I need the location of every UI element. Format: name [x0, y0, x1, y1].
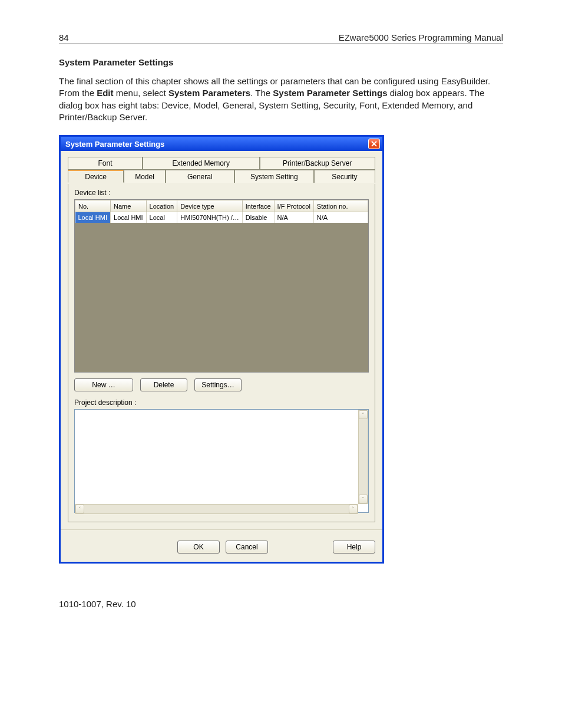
project-description-textarea[interactable] — [74, 409, 369, 513]
body-paragraph: The final section of this chapter shows … — [59, 75, 503, 123]
cell-no: Local HMI — [75, 212, 111, 223]
close-icon — [371, 141, 377, 147]
tab-device[interactable]: Device — [68, 170, 124, 183]
delete-button[interactable]: Delete — [140, 378, 187, 391]
dialog-titlebar[interactable]: System Parameter Settings — [61, 137, 382, 151]
cell-interface: Disable — [242, 212, 274, 223]
new-button[interactable]: New … — [74, 378, 133, 391]
dialog-title: System Parameter Settings — [65, 140, 164, 149]
tab-extended-memory[interactable]: Extended Memory — [143, 157, 259, 170]
tab-model[interactable]: Model — [124, 170, 165, 183]
tab-font[interactable]: Font — [68, 157, 143, 170]
device-tab-panel: Device list : No. Name Location Device t… — [68, 184, 375, 522]
col-location[interactable]: Location — [146, 200, 177, 212]
cancel-button[interactable]: Cancel — [226, 541, 268, 554]
tab-security[interactable]: Security — [314, 170, 375, 183]
tab-printer-backup-server[interactable]: Printer/Backup Server — [260, 157, 375, 170]
section-heading: System Parameter Settings — [59, 57, 503, 67]
table-row[interactable]: Local HMI Local HMI Local HMI5070NH(TH) … — [75, 212, 368, 223]
chevron-left-icon: ˂ — [78, 506, 81, 512]
col-name[interactable]: Name — [111, 200, 147, 212]
dialog-footer-buttons: OK Cancel Help — [61, 529, 382, 562]
col-device-type[interactable]: Device type — [177, 200, 243, 212]
running-header: 84 EZware5000 Series Programming Manual — [59, 32, 503, 44]
settings-button[interactable]: Settings… — [194, 378, 242, 391]
help-button[interactable]: Help — [333, 541, 375, 554]
cell-name: Local HMI — [111, 212, 147, 223]
chevron-down-icon: ˅ — [362, 496, 365, 502]
vertical-scrollbar[interactable]: ˄ ˅ — [358, 410, 368, 504]
scroll-right-button[interactable]: ˃ — [349, 505, 358, 513]
cell-location: Local — [146, 212, 177, 223]
ok-button[interactable]: OK — [177, 541, 220, 554]
device-list-label: Device list : — [74, 189, 369, 197]
scroll-down-button[interactable]: ˅ — [359, 495, 368, 503]
system-parameter-settings-dialog: System Parameter Settings Font Extended … — [59, 135, 384, 564]
device-list-button-row: New … Delete Settings… — [74, 378, 369, 391]
tab-strip: Font Extended Memory Printer/Backup Serv… — [68, 157, 375, 183]
device-list-table[interactable]: No. Name Location Device type Interface … — [74, 199, 369, 373]
col-station-no[interactable]: Station no. — [313, 200, 368, 212]
tab-system-setting[interactable]: System Setting — [234, 170, 314, 183]
chevron-right-icon: ˃ — [352, 506, 355, 512]
scroll-up-button[interactable]: ˄ — [359, 410, 368, 419]
col-interface[interactable]: Interface — [242, 200, 274, 212]
chevron-up-icon: ˄ — [362, 412, 365, 418]
col-if-protocol[interactable]: I/F Protocol — [274, 200, 313, 212]
document-footer: 1010-1007, Rev. 10 — [59, 599, 503, 609]
scroll-left-button[interactable]: ˂ — [75, 505, 84, 513]
project-description-label: Project description : — [74, 398, 369, 407]
cell-if-protocol: N/A — [274, 212, 313, 223]
page-number: 84 — [59, 32, 69, 42]
col-no[interactable]: No. — [75, 200, 111, 212]
cell-station-no: N/A — [313, 212, 368, 223]
cell-device-type: HMI5070NH(TH) /… — [177, 212, 243, 223]
manual-title: EZware5000 Series Programming Manual — [339, 32, 503, 42]
close-button[interactable] — [368, 139, 380, 149]
horizontal-scrollbar[interactable]: ˂ ˃ — [75, 504, 358, 514]
tab-general[interactable]: General — [166, 170, 234, 183]
table-header-row: No. Name Location Device type Interface … — [75, 200, 368, 212]
